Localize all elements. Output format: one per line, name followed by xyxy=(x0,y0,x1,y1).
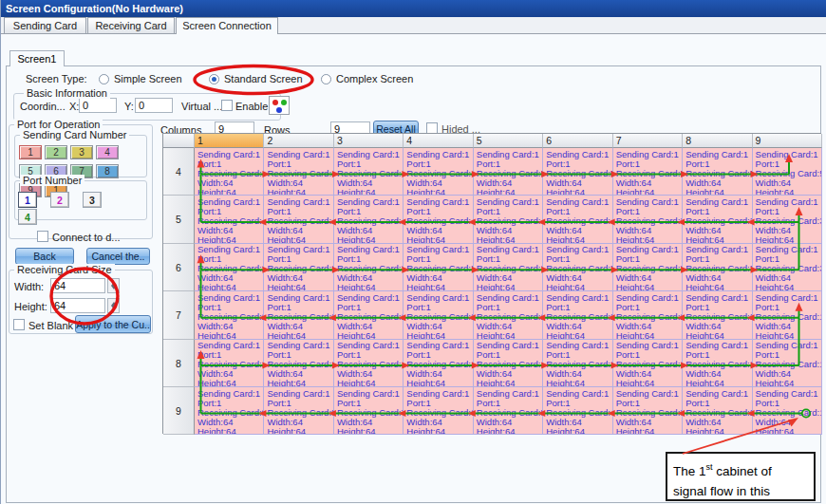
enable-checkbox[interactable] xyxy=(221,100,233,111)
tab-screen-connection[interactable]: Screen Connection xyxy=(176,17,278,34)
grid-cell-r4-c4[interactable]: Sending Card:1Port:1Receiving Card:49Wid… xyxy=(404,148,473,196)
sending-card-button-3[interactable]: 3 xyxy=(70,145,93,159)
tab-label: Screen Connection xyxy=(182,20,272,31)
grid-cell-r9-c5[interactable]: Sending Card:1Port:1Receiving Card:5Widt… xyxy=(474,387,543,435)
grid-cell-r8-c6[interactable]: Sending Card:1Port:1Receiving Card:15Wid… xyxy=(543,340,612,387)
grid-cell-r6-c3[interactable]: Sending Card:1Port:1Receiving Card:30Wid… xyxy=(334,244,404,291)
grid-cell-r6-c6[interactable]: Sending Card:1Port:1Receiving Card:33Wid… xyxy=(543,244,612,291)
grid-cell-r9-c4[interactable]: Sending Card:1Port:1Receiving Card:6Widt… xyxy=(404,387,473,435)
grid-cell-r4-c1[interactable]: Sending Card:1Port:1Receiving Card:46Wid… xyxy=(195,148,264,196)
grid-cell-r6-c4[interactable]: Sending Card:1Port:1Receiving Card:31Wid… xyxy=(404,244,473,291)
port-number-button-3[interactable]: 3 xyxy=(83,192,102,208)
grid-cell-r4-c7[interactable]: Sending Card:1Port:1Receiving Card:52Wid… xyxy=(613,148,683,196)
grid-column-header-7[interactable]: 7 xyxy=(613,134,683,148)
grid-cell-r7-c3[interactable]: Sending Card:1Port:1Receiving Card:25Wid… xyxy=(334,291,404,339)
grid-cell-r5-c8[interactable]: Sending Card:1Port:1Receiving Card:38Wid… xyxy=(683,196,752,243)
grid-cell-r4-c5[interactable]: Sending Card:1Port:1Receiving Card:50Wid… xyxy=(474,148,543,196)
radio-complex-screen[interactable] xyxy=(321,74,331,84)
grid-cell-r7-c2[interactable]: Sending Card:1Port:1Receiving Card:26Wid… xyxy=(264,291,333,339)
grid-column-header-4[interactable]: 4 xyxy=(404,134,473,148)
grid-cell-r4-c3[interactable]: Sending Card:1Port:1Receiving Card:48Wid… xyxy=(334,148,404,196)
grid-cell-r9-c3[interactable]: Sending Card:1Port:1Receiving Card:7Widt… xyxy=(334,387,404,435)
grid-cell-r6-c9[interactable]: Sending Card:1Port:1Receiving Card:36Wid… xyxy=(753,244,822,291)
sending-card-button-2[interactable]: 2 xyxy=(45,145,67,159)
grid-cell-r7-c9[interactable]: Sending Card:1Port:1Receiving Card:19Wid… xyxy=(753,291,822,339)
grid-cell-r4-c8[interactable]: Sending Card:1Port:1Receiving Card:53Wid… xyxy=(683,148,752,196)
tab-receiving-card[interactable]: Receiving Card xyxy=(87,17,175,33)
grid-cell-r6-c1[interactable]: Sending Card:1Port:1Receiving Card:28Wid… xyxy=(195,244,264,291)
grid-row-header-8[interactable]: 8 xyxy=(163,340,195,387)
port-number-button-2[interactable]: 2 xyxy=(50,192,69,208)
grid-cell-r8-c9[interactable]: Sending Card:1Port:1Receiving Card:18Wid… xyxy=(753,340,822,387)
grid-cell-r6-c7[interactable]: Sending Card:1Port:1Receiving Card:34Wid… xyxy=(613,244,683,291)
grid-row-header-9[interactable]: 9 xyxy=(163,387,195,435)
grid-cell-r7-c6[interactable]: Sending Card:1Port:1Receiving Card:22Wid… xyxy=(543,291,612,339)
grid-cell-r6-c5[interactable]: Sending Card:1Port:1Receiving Card:32Wid… xyxy=(474,244,543,291)
grid-cell-r8-c1[interactable]: Sending Card:1Port:1Receiving Card:10Wid… xyxy=(195,340,264,387)
grid-cell-r7-c8[interactable]: Sending Card:1Port:1Receiving Card:20Wid… xyxy=(683,291,752,339)
grid-cell-r7-c7[interactable]: Sending Card:1Port:1Receiving Card:21Wid… xyxy=(613,291,683,339)
tab-sending-card[interactable]: Sending Card xyxy=(4,17,86,33)
connect-checkbox[interactable] xyxy=(37,231,48,242)
grid-row-header-5[interactable]: 5 xyxy=(163,196,195,243)
height-input[interactable] xyxy=(50,298,105,313)
port-number-button-1[interactable]: 1 xyxy=(18,192,37,208)
grid-cell-r5-c3[interactable]: Sending Card:1Port:1Receiving Card:43Wid… xyxy=(334,196,404,243)
screen-type-label: Screen Type: xyxy=(26,73,87,84)
cancel-button[interactable]: Cancel the.. xyxy=(86,248,150,265)
grid-cell-r4-c6[interactable]: Sending Card:1Port:1Receiving Card:51Wid… xyxy=(543,148,612,196)
grid-cell-r8-c7[interactable]: Sending Card:1Port:1Receiving Card:16Wid… xyxy=(613,340,683,387)
port-number-button-4[interactable]: 4 xyxy=(18,209,37,225)
grid-column-header-6[interactable]: 6 xyxy=(543,134,612,148)
grid-cell-r9-c2[interactable]: Sending Card:1Port:1Receiving Card:8Widt… xyxy=(264,387,333,435)
grid-column-header-9[interactable]: 9 xyxy=(753,134,822,148)
grid-cell-r5-c2[interactable]: Sending Card:1Port:1Receiving Card:44Wid… xyxy=(264,196,333,243)
grid-cell-r4-c2[interactable]: Sending Card:1Port:1Receiving Card:47Wid… xyxy=(264,148,333,196)
grid-row-header-4[interactable]: 4 xyxy=(163,148,195,196)
grid-column-header-1[interactable]: 1 xyxy=(195,134,264,148)
back-button[interactable]: Back xyxy=(15,248,74,265)
width-input[interactable] xyxy=(50,278,105,293)
grid-cell-r5-c7[interactable]: Sending Card:1Port:1Receiving Card:39Wid… xyxy=(613,196,683,243)
grid-cell-r7-c1[interactable]: Sending Card:1Port:1Receiving Card:27Wid… xyxy=(195,291,264,339)
grid-cell-r4-c9[interactable]: Sending Card:1Port:1Receiving Card:54Wid… xyxy=(753,148,822,196)
grid-column-header-2[interactable]: 2 xyxy=(264,134,333,148)
grid-cell-r8-c3[interactable]: Sending Card:1Port:1Receiving Card:12Wid… xyxy=(334,340,404,387)
grid-cell-r8-c5[interactable]: Sending Card:1Port:1Receiving Card:14Wid… xyxy=(474,340,543,387)
width-spinner[interactable] xyxy=(107,278,120,293)
grid-cell-r7-c4[interactable]: Sending Card:1Port:1Receiving Card:24Wid… xyxy=(404,291,473,339)
height-spinner[interactable] xyxy=(107,298,120,313)
virtual-pixel-rgb-button[interactable] xyxy=(269,96,290,115)
apply-button[interactable]: Apply to the Cu.. xyxy=(75,315,151,333)
sending-card-button-4[interactable]: 4 xyxy=(96,145,119,159)
grid-cell-r9-c9[interactable]: Sending Card:1Port:1Receiving Card:1Widt… xyxy=(753,387,822,435)
grid-column-header-8[interactable]: 8 xyxy=(683,134,752,148)
grid-cell-r8-c4[interactable]: Sending Card:1Port:1Receiving Card:13Wid… xyxy=(404,340,473,387)
grid-column-header-3[interactable]: 3 xyxy=(334,134,404,148)
grid-cell-r5-c9[interactable]: Sending Card:1Port:1Receiving Card:37Wid… xyxy=(753,196,822,243)
y-input[interactable] xyxy=(135,98,173,113)
radio-simple-screen[interactable] xyxy=(99,74,109,84)
grid-cell-r5-c5[interactable]: Sending Card:1Port:1Receiving Card:41Wid… xyxy=(474,196,543,243)
grid-cell-r5-c4[interactable]: Sending Card:1Port:1Receiving Card:42Wid… xyxy=(404,196,473,243)
sending-card-button-1[interactable]: 1 xyxy=(19,145,42,159)
grid-cell-r8-c8[interactable]: Sending Card:1Port:1Receiving Card:17Wid… xyxy=(683,340,752,387)
grid-cell-r9-c7[interactable]: Sending Card:1Port:1Receiving Card:3Widt… xyxy=(613,387,683,435)
grid-cell-r8-c2[interactable]: Sending Card:1Port:1Receiving Card:11Wid… xyxy=(264,340,333,387)
sending-card-button-8[interactable]: 8 xyxy=(96,164,119,178)
grid-row-header-7[interactable]: 7 xyxy=(163,291,195,339)
grid-cell-r9-c8[interactable]: Sending Card:1Port:1Receiving Card:2Widt… xyxy=(683,387,752,435)
grid-cell-r5-c1[interactable]: Sending Card:1Port:1Receiving Card:45Wid… xyxy=(195,196,264,243)
grid-cell-r6-c8[interactable]: Sending Card:1Port:1Receiving Card:35Wid… xyxy=(683,244,752,291)
grid-column-header-5[interactable]: 5 xyxy=(474,134,543,148)
x-input[interactable] xyxy=(79,98,117,113)
grid-cell-r7-c5[interactable]: Sending Card:1Port:1Receiving Card:23Wid… xyxy=(474,291,543,339)
grid-cell-r9-c1[interactable]: Sending Card:1Port:1Receiving Card:9Widt… xyxy=(195,387,264,435)
grid-cell-r5-c6[interactable]: Sending Card:1Port:1Receiving Card:40Wid… xyxy=(543,196,612,243)
grid-cell-r9-c6[interactable]: Sending Card:1Port:1Receiving Card:4Widt… xyxy=(543,387,612,435)
tab-screen1[interactable]: Screen1 xyxy=(9,50,65,66)
set-blank-checkbox[interactable] xyxy=(13,319,25,330)
grid-row-header-6[interactable]: 6 xyxy=(163,244,195,291)
radio-standard-screen[interactable] xyxy=(209,74,219,84)
grid-cell-r6-c2[interactable]: Sending Card:1Port:1Receiving Card:29Wid… xyxy=(264,244,333,291)
